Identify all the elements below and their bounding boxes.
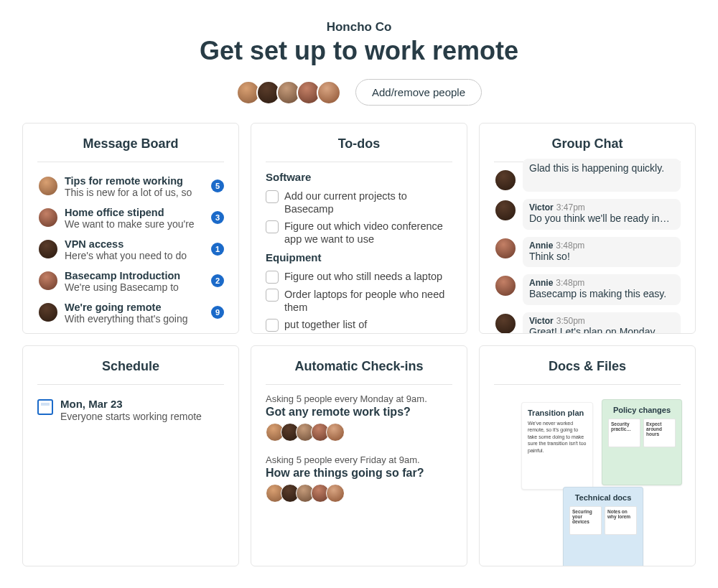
calendar-icon <box>37 399 53 415</box>
message-title: Tips for remote working <box>65 175 208 187</box>
chat-bubble: Victor3:47pmDo you think we'll be ready … <box>523 199 681 230</box>
card-message-board[interactable]: Message Board Tips for remote workingThi… <box>22 123 239 334</box>
message-title: We're going remote <box>65 302 208 313</box>
card-todos[interactable]: To-dos SoftwareAdd our current projects … <box>251 123 467 334</box>
unread-badge: 2 <box>211 274 224 287</box>
avatar <box>494 274 517 297</box>
chat-author: Annie <box>529 241 553 251</box>
avatar <box>37 175 59 197</box>
chat-text: Think so! <box>529 251 674 263</box>
doc-title: Policy changes <box>608 406 676 414</box>
checkin-question: Got any remote work tips? <box>266 406 452 419</box>
checkbox-icon[interactable] <box>266 319 279 332</box>
message-preview: We're using Basecamp to <box>65 281 208 293</box>
message-item[interactable]: Basecamp IntroductionWe're using Basecam… <box>37 266 224 297</box>
checkbox-icon[interactable] <box>266 271 279 284</box>
checkbox-icon[interactable] <box>266 220 279 233</box>
card-schedule[interactable]: Schedule Mon, Mar 23 Everyone starts wor… <box>22 345 239 566</box>
avatar <box>37 270 59 291</box>
schedule-desc: Everyone starts working remote <box>60 410 202 423</box>
chat-message[interactable]: Annie3:48pmBasecamp is making this easy. <box>494 271 681 309</box>
chat-time: 3:50pm <box>556 316 585 326</box>
avatar <box>37 302 59 323</box>
todo-group-title[interactable]: Software <box>266 171 452 183</box>
card-docs-files[interactable]: Docs & Files Transition plan We've never… <box>479 345 696 566</box>
page-title: Get set up to work remote <box>0 36 718 66</box>
doc-item[interactable]: Transition plan We've never worked remot… <box>521 402 593 490</box>
checkin-frequency: Asking 5 people every Monday at 9am. <box>266 393 452 404</box>
todo-item[interactable]: Order laptops for people who need them <box>266 286 452 316</box>
company-name: Honcho Co <box>0 20 718 34</box>
message-title: VPN access <box>65 238 208 250</box>
doc-title: Transition plan <box>528 409 587 417</box>
chat-time: 3:48pm <box>556 241 584 251</box>
doc-item[interactable]: Policy changes Security practic… Expect … <box>602 399 682 485</box>
chat-author: Annie <box>529 278 553 288</box>
avatar <box>494 199 517 222</box>
avatar <box>494 169 517 192</box>
chat-message[interactable]: Victor3:50pmGreat! Let's plan on Monday… <box>494 309 681 335</box>
checkin-question: How are things going so far? <box>266 467 452 480</box>
todo-item[interactable]: Figure out who still needs a laptop <box>266 268 452 286</box>
todo-label: Order laptops for people who need them <box>284 288 452 314</box>
checkbox-icon[interactable] <box>266 289 279 302</box>
unread-badge: 1 <box>211 243 224 256</box>
card-title: Schedule <box>37 359 224 385</box>
chat-bubble: Annie3:48pmBasecamp is making this easy. <box>523 274 681 305</box>
message-title: Home office stipend <box>65 207 208 218</box>
message-item[interactable]: VPN accessHere's what you need to do1 <box>37 234 224 266</box>
message-item[interactable]: Home office stipendWe want to make sure … <box>37 202 224 234</box>
chat-bubble: Victor3:50pmGreat! Let's plan on Monday… <box>523 312 681 335</box>
doc-item[interactable]: Technical docs Securing your devices Not… <box>563 487 643 566</box>
people-avatar-stack <box>266 484 452 503</box>
chat-text: Great! Let's plan on Monday… <box>529 326 674 335</box>
todo-item[interactable]: Add our current projects to Basecamp <box>266 187 452 218</box>
avatar <box>326 484 345 503</box>
checkin-item[interactable]: Asking 5 people every Monday at 9am.Got … <box>266 393 452 442</box>
avatar[interactable] <box>317 80 341 105</box>
message-item[interactable]: Tips for remote workingThis is new for a… <box>37 171 224 202</box>
avatar <box>326 423 345 442</box>
todo-group-title[interactable]: Equipment <box>266 251 452 263</box>
chat-text: Glad this is happening quickly. <box>529 162 674 175</box>
chat-text: Do you think we'll be ready in… <box>529 213 674 225</box>
checkbox-icon[interactable] <box>266 190 279 203</box>
add-remove-people-button[interactable]: Add/remove people <box>355 79 482 106</box>
message-preview: This is new for a lot of us, so <box>65 187 208 198</box>
message-title: Basecamp Introduction <box>65 270 208 281</box>
todo-label: Add our current projects to Basecamp <box>284 190 452 215</box>
people-avatar-stack[interactable] <box>236 80 341 105</box>
checkin-item[interactable]: Asking 5 people every Friday at 9am.How … <box>266 454 452 503</box>
chat-author: Victor <box>529 202 554 213</box>
chat-time: 3:48pm <box>556 278 584 288</box>
message-preview: Here's what you need to do <box>65 250 208 261</box>
unread-badge: 3 <box>211 211 224 224</box>
chat-author: Victor <box>529 316 554 326</box>
message-item[interactable]: We're going remoteWith everything that's… <box>37 297 224 329</box>
todo-item[interactable]: put together list of <box>266 316 452 334</box>
todo-label: put together list of <box>284 318 367 331</box>
card-checkins[interactable]: Automatic Check-ins Asking 5 people ever… <box>251 345 467 566</box>
chat-bubble: Glad this is happening quickly. <box>523 159 681 192</box>
avatar <box>37 207 59 228</box>
card-title: Docs & Files <box>494 359 681 385</box>
unread-badge: 5 <box>211 179 224 192</box>
schedule-item[interactable]: Mon, Mar 23 Everyone starts working remo… <box>37 393 224 423</box>
doc-body: We've never worked remote, so it's going… <box>528 420 587 454</box>
todo-item[interactable]: Figure out which video conference app we… <box>266 218 452 248</box>
chat-message[interactable]: Glad this is happening quickly. <box>494 155 681 195</box>
doc-chip: Notes on why lorem <box>605 506 637 535</box>
schedule-date: Mon, Mar 23 <box>60 398 202 410</box>
card-title: Message Board <box>37 136 224 162</box>
chat-time: 3:47pm <box>556 202 585 213</box>
chat-message[interactable]: Victor3:47pmDo you think we'll be ready … <box>494 195 681 233</box>
card-title: To-dos <box>266 136 452 162</box>
card-group-chat[interactable]: Group Chat Glad this is happening quickl… <box>479 123 696 334</box>
checkin-frequency: Asking 5 people every Friday at 9am. <box>266 454 452 465</box>
avatar <box>37 238 59 260</box>
todo-label: Figure out who still needs a laptop <box>284 270 442 283</box>
chat-message[interactable]: Annie3:48pmThink so! <box>494 233 681 271</box>
avatar <box>494 312 517 335</box>
chat-text: Basecamp is making this easy. <box>529 288 674 301</box>
people-avatar-stack <box>266 423 452 442</box>
